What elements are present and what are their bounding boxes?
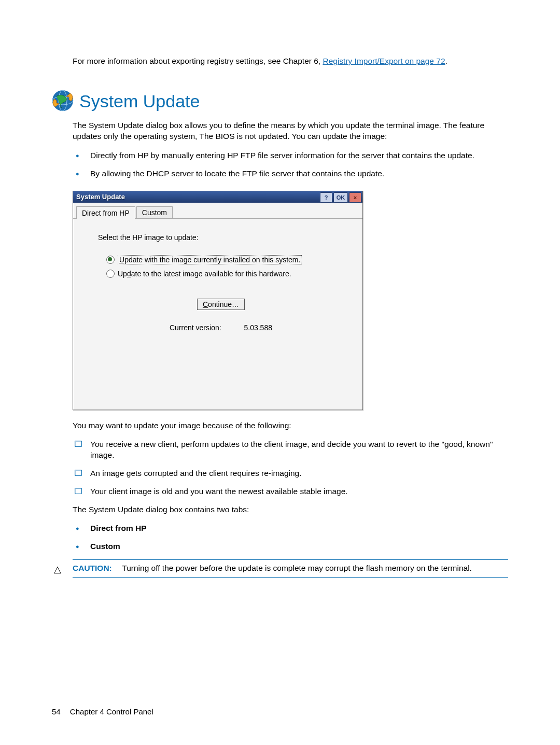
list-item: Directly from HP by manually entering HP… — [73, 150, 508, 161]
page-number: 54 — [52, 707, 61, 716]
tab-panel-direct: Select the HP image to update: Update wi… — [73, 219, 362, 410]
reasons-intro-paragraph: You may want to update your image becaus… — [73, 420, 508, 431]
update-methods-list: Directly from HP by manually entering HP… — [73, 150, 508, 179]
tabstrip: Direct from HP Custom — [73, 203, 362, 219]
list-item: Direct from HP — [73, 523, 508, 534]
continue-button[interactable]: Continue… — [197, 299, 245, 310]
list-item: Custom — [73, 541, 508, 552]
dialog-titlebar: System Update ? OK × — [73, 191, 362, 203]
description-paragraph: The System Update dialog box allows you … — [73, 120, 508, 142]
radio-update-current[interactable]: Update with the image currently installe… — [106, 255, 344, 264]
reasons-list: You receive a new client, perform update… — [73, 439, 508, 497]
tabs-names-list: Direct from HP Custom — [73, 523, 508, 552]
prompt-label: Select the HP image to update: — [98, 233, 344, 242]
intro-paragraph: For more information about exporting reg… — [73, 56, 508, 67]
intro-text-pre: For more information about exporting reg… — [73, 57, 323, 65]
system-update-globe-icon — [49, 86, 76, 113]
radio-update-latest[interactable]: Update to the latest image available for… — [106, 270, 344, 278]
caution-label: CAUTION: — [73, 564, 112, 572]
tab-direct-from-hp[interactable]: Direct from HP — [76, 206, 135, 219]
caution-icon: △ — [54, 563, 61, 575]
page-footer: 54 Chapter 4 Control Panel — [52, 707, 153, 716]
help-button[interactable]: ? — [320, 192, 332, 203]
caution-block: △ CAUTION: Turning off the power before … — [73, 559, 508, 578]
intro-text-post: . — [445, 57, 447, 65]
current-version-value: 5.03.588 — [244, 324, 272, 332]
heading-row: System Update — [49, 86, 508, 113]
tab-custom[interactable]: Custom — [136, 206, 173, 218]
radio-label: Update with the image currently installe… — [118, 255, 302, 264]
tabs-intro-paragraph: The System Update dialog box contains tw… — [73, 504, 508, 515]
list-item: An image gets corrupted and the client r… — [73, 468, 508, 479]
radio-icon — [106, 256, 115, 264]
caution-text — [114, 564, 122, 572]
current-version-label: Current version: — [170, 324, 221, 332]
system-update-dialog: System Update ? OK × Direct from HP Cust… — [73, 191, 363, 410]
dialog-title: System Update — [73, 191, 320, 203]
registry-import-export-link[interactable]: Registry Import/Export on page 72 — [323, 57, 445, 65]
ok-button[interactable]: OK — [333, 192, 348, 203]
list-item: Your client image is old and you want th… — [73, 486, 508, 497]
section-heading: System Update — [79, 88, 200, 111]
radio-label: Update to the latest image available for… — [118, 270, 291, 278]
close-button[interactable]: × — [349, 192, 361, 203]
list-item: You receive a new client, perform update… — [73, 439, 508, 461]
radio-icon — [106, 270, 115, 278]
chapter-label: Chapter 4 Control Panel — [70, 707, 153, 716]
current-version-row: Current version: 5.03.588 — [98, 324, 344, 332]
list-item: By allowing the DHCP server to locate th… — [73, 168, 508, 179]
caution-body: Turning off the power before the update … — [122, 564, 472, 572]
